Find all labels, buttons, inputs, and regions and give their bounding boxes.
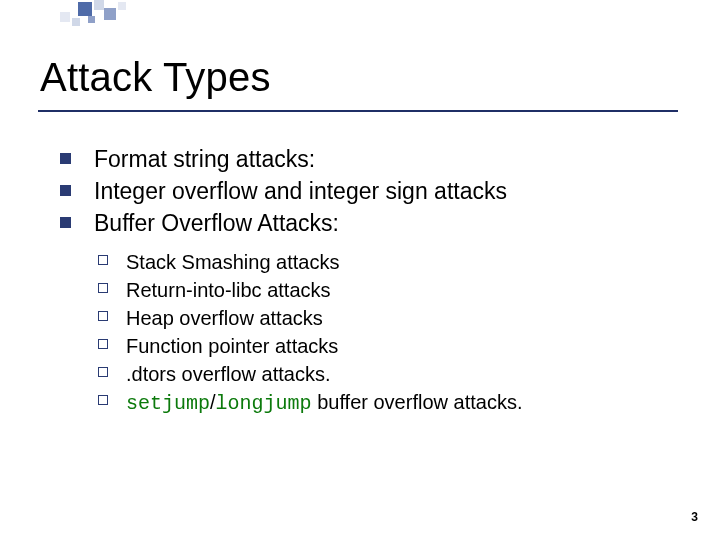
code-text: longjump (216, 392, 312, 415)
bullet-item: Integer overflow and integer sign attack… (60, 177, 680, 207)
code-text: setjump (126, 392, 210, 415)
page-number: 3 (691, 510, 698, 524)
bullet-item: Format string attacks: (60, 145, 680, 175)
sub-bullet-item: Function pointer attacks (98, 333, 680, 360)
sub-bullet-item: Return-into-libc attacks (98, 277, 680, 304)
bullet-item: Buffer Overflow Attacks: (60, 209, 680, 239)
sub-bullet-item: .dtors overflow attacks. (98, 361, 680, 388)
title-underline (38, 110, 678, 112)
sub-bullet-item: setjump/longjump buffer overflow attacks… (98, 389, 680, 417)
sub-bullet-item: Stack Smashing attacks (98, 249, 680, 276)
sub-bullet-tail: buffer overflow attacks. (312, 391, 523, 413)
sub-bullet-item: Heap overflow attacks (98, 305, 680, 332)
sub-bullet-list: Stack Smashing attacks Return-into-libc … (98, 249, 680, 417)
slide-title: Attack Types (40, 55, 271, 100)
corner-decoration (0, 0, 720, 30)
slide-body: Format string attacks: Integer overflow … (60, 145, 680, 418)
